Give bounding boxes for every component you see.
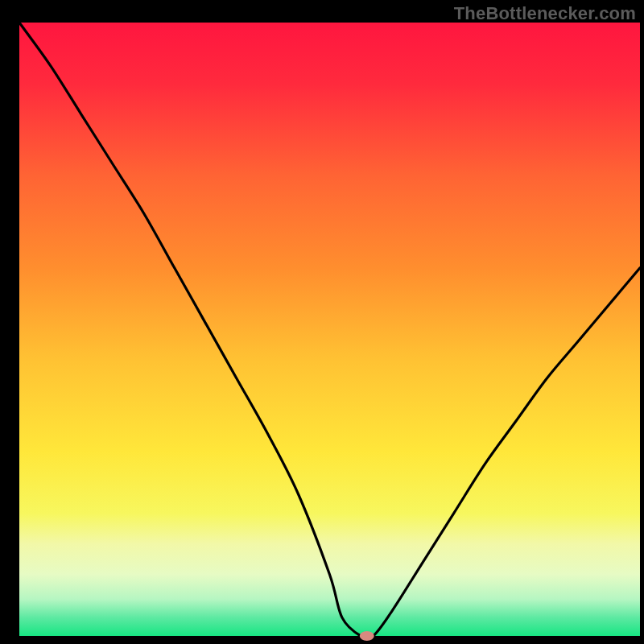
bottleneck-chart bbox=[0, 0, 644, 644]
chart-frame: TheBottlenecker.com bbox=[0, 0, 644, 644]
plot-background bbox=[19, 23, 640, 636]
attribution-label: TheBottlenecker.com bbox=[454, 3, 636, 24]
optimal-point-marker bbox=[360, 631, 374, 641]
